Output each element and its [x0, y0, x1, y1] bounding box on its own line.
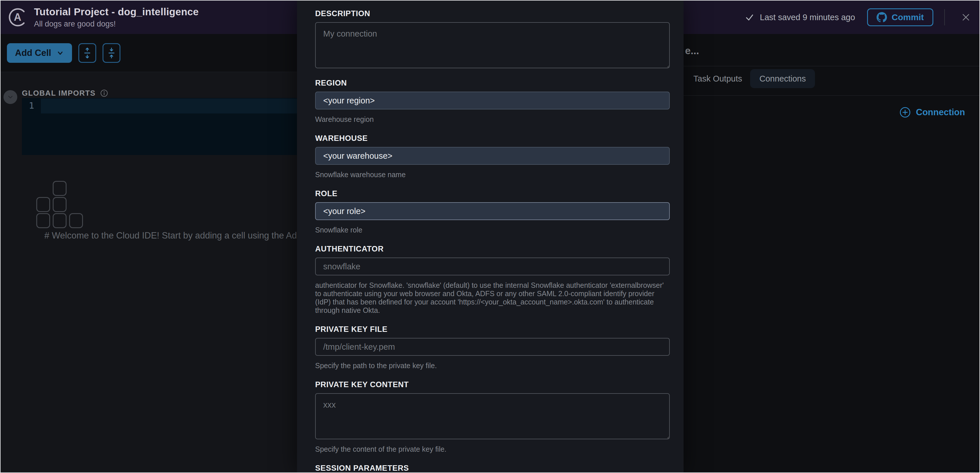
- session-parameters-label: SESSION PARAMETERS: [315, 464, 670, 473]
- tab-task-outputs[interactable]: Task Outputs: [689, 69, 746, 88]
- private-key-content-textarea[interactable]: [315, 393, 670, 439]
- add-cell-button[interactable]: Add Cell: [7, 43, 72, 63]
- warehouse-label: WAREHOUSE: [315, 134, 670, 143]
- svg-text:A: A: [14, 11, 21, 23]
- plus-circle-icon: [899, 107, 911, 118]
- connection-settings-drawer: DESCRIPTION REGION Warehouse region WARE…: [297, 1, 684, 473]
- commit-label: Commit: [892, 13, 924, 22]
- warehouse-input[interactable]: [315, 147, 670, 165]
- tab-connections[interactable]: Connections: [750, 69, 815, 88]
- collapse-section-button[interactable]: [3, 90, 17, 104]
- region-helper: Warehouse region: [315, 115, 670, 124]
- commit-button[interactable]: Commit: [867, 8, 933, 26]
- close-button[interactable]: [956, 7, 976, 27]
- panel-tabs: Task Outputs Connections: [689, 69, 815, 88]
- header-titles: Tutorial Project - dog_intelligence All …: [34, 6, 199, 29]
- header-divider: [944, 9, 945, 25]
- private-key-content-helper: Specify the content of the private key f…: [315, 445, 670, 454]
- outputs-panel: e... Task Outputs Connections Connection: [684, 34, 979, 472]
- page-title: Tutorial Project - dog_intelligence: [34, 6, 199, 18]
- page-subtitle: All dogs are good dogs!: [34, 19, 199, 29]
- empty-cells-grid-icon: [36, 181, 83, 228]
- app-window: { "header": { "logo_letter": "A", "title…: [0, 0, 980, 473]
- save-status-text: Last saved 9 minutes ago: [760, 13, 855, 22]
- private-key-file-label: PRIVATE KEY FILE: [315, 325, 670, 334]
- add-cell-label: Add Cell: [15, 48, 51, 58]
- private-key-file-helper: Specify the path to the private key file…: [315, 362, 670, 370]
- role-label: ROLE: [315, 189, 670, 198]
- add-connection-label: Connection: [916, 107, 965, 118]
- role-helper: Snowflake role: [315, 226, 670, 234]
- region-label: REGION: [315, 79, 670, 88]
- header-right: Last saved 9 minutes ago Commit: [745, 1, 976, 34]
- description-label: DESCRIPTION: [315, 9, 670, 18]
- add-connection-button[interactable]: Connection: [899, 107, 965, 118]
- private-key-content-label: PRIVATE KEY CONTENT: [315, 380, 670, 389]
- description-textarea[interactable]: [315, 22, 670, 68]
- truncated-heading: e...: [685, 45, 699, 56]
- panel-divider: [684, 66, 979, 66]
- welcome-message: # Welcome to the Cloud IDE! Start by add…: [45, 231, 298, 241]
- check-icon: [745, 13, 754, 22]
- fold-vertical-icon: [106, 47, 117, 59]
- unfold-vertical-icon: [82, 47, 92, 59]
- close-icon: [961, 13, 971, 22]
- region-input[interactable]: [315, 92, 670, 110]
- authenticator-input[interactable]: [315, 258, 670, 276]
- github-icon: [877, 12, 887, 22]
- expand-all-cells-button[interactable]: [78, 43, 96, 63]
- global-imports-label: GLOBAL IMPORTS: [22, 89, 95, 98]
- app-logo-icon: A: [8, 8, 27, 27]
- chevron-down-icon: [7, 94, 14, 100]
- info-icon[interactable]: [100, 89, 108, 97]
- editor-line-number: 1: [29, 100, 34, 111]
- private-key-file-input[interactable]: [315, 338, 670, 356]
- chevron-down-icon: [56, 49, 64, 57]
- save-status: Last saved 9 minutes ago: [745, 13, 855, 22]
- role-input[interactable]: [315, 202, 670, 220]
- warehouse-helper: Snowflake warehouse name: [315, 170, 670, 179]
- authenticator-helper: authenticator for Snowflake. 'snowflake'…: [315, 281, 670, 315]
- collapse-all-cells-button[interactable]: [103, 43, 121, 63]
- authenticator-label: AUTHENTICATOR: [315, 245, 670, 253]
- global-imports-header: GLOBAL IMPORTS: [22, 89, 108, 98]
